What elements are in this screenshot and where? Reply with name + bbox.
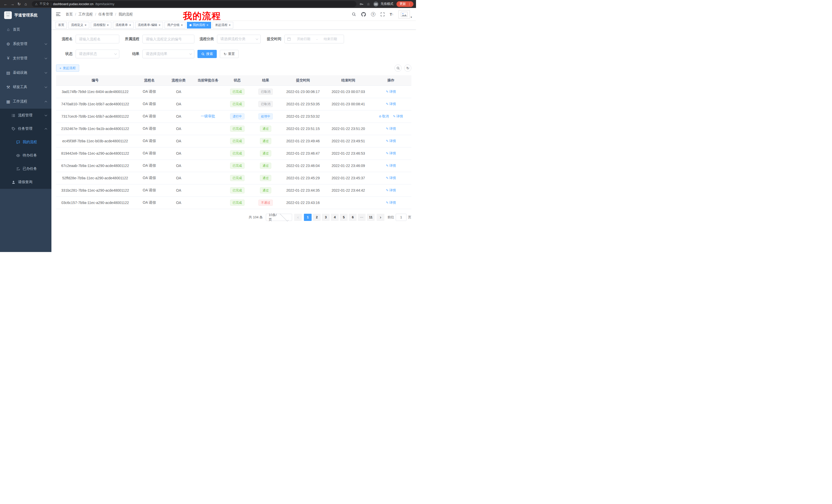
detail-link[interactable]: ✎详情 — [386, 188, 396, 193]
sidebar-item-done-task[interactable]: 已办任务 — [0, 162, 51, 175]
sidebar-item[interactable]: ⚒ 研发工具 — [0, 80, 51, 94]
next-page-button[interactable]: › — [377, 214, 384, 221]
close-icon[interactable]: × — [229, 23, 231, 27]
detail-link[interactable]: ✎详情 — [386, 151, 396, 156]
search-button[interactable]: 搜索 — [198, 50, 217, 58]
toggle-search-button[interactable] — [394, 64, 401, 72]
tab[interactable]: 首页 × — [55, 22, 67, 29]
page-button[interactable]: 2 — [313, 214, 321, 221]
tab[interactable]: 流程模型 × — [91, 22, 111, 29]
sidebar-item-my-process[interactable]: 我的流程 — [0, 135, 51, 149]
process-name-input[interactable] — [76, 35, 119, 44]
tab[interactable]: 发起流程 × — [213, 22, 233, 29]
search-icon[interactable] — [352, 12, 356, 17]
table-row: 67c2eaab-7b9a-11ec-a290-acde48001122 OA … — [56, 160, 411, 172]
tab[interactable]: 我的流程 × — [187, 22, 211, 29]
address-bar[interactable]: ⚠ 不安全 dashboard.yudao.iocoder.cn/bpm/tas… — [32, 1, 356, 7]
refresh-table-button[interactable]: ↻ — [404, 64, 411, 72]
browser-update-button[interactable]: 更新 ⋮ — [396, 1, 413, 7]
font-size-icon[interactable]: T↕ — [390, 12, 393, 17]
close-icon[interactable]: × — [206, 23, 209, 27]
close-icon[interactable]: × — [85, 23, 87, 27]
page-button[interactable]: 1 — [304, 214, 312, 221]
help-icon[interactable]: ? — [371, 12, 375, 17]
detail-link[interactable]: ✎详情 — [386, 176, 396, 180]
page-button[interactable]: ⋯ — [358, 214, 366, 221]
filter-status: 状态 请选择状态 — [56, 50, 119, 58]
result-select[interactable]: 请选择流结果 — [142, 50, 194, 58]
menu-item-label: 请假查询 — [18, 180, 47, 185]
password-key-icon[interactable] — [359, 2, 364, 6]
sidebar-item-todo-task[interactable]: 待办任务 — [0, 149, 51, 162]
sidebar-item-workflow[interactable]: ▦ 工作流程 — [0, 94, 51, 109]
caret-down-icon: ▾ — [411, 16, 412, 19]
status-select[interactable]: 请选择状态 — [76, 50, 119, 58]
create-process-button[interactable]: + 发起流程 — [56, 64, 79, 72]
process-definition-input[interactable] — [142, 35, 194, 44]
cell-name: OA 请假 — [134, 110, 164, 122]
goto-page-input[interactable] — [396, 214, 407, 221]
close-icon[interactable]: × — [181, 23, 183, 27]
sidebar-item[interactable]: ▤ 基础设施 — [0, 65, 51, 80]
hamburger-icon[interactable] — [55, 11, 61, 17]
close-icon[interactable]: × — [129, 23, 131, 27]
tab[interactable]: 流程定义 × — [69, 22, 89, 29]
sidebar-item-process-mgmt[interactable]: 流程管理 — [0, 109, 51, 122]
breadcrumb-item[interactable]: 工作流程 — [78, 12, 93, 17]
prev-page-button[interactable]: ‹ — [294, 214, 302, 221]
breadcrumb-item[interactable]: 我的流程 — [119, 12, 133, 17]
user-avatar[interactable]: ▾ — [398, 10, 412, 19]
bookmark-star-icon[interactable]: ☆ — [367, 2, 370, 6]
reset-button[interactable]: ↻ 重置 — [220, 50, 239, 58]
cell-current-task — [193, 135, 223, 147]
browser-menu-icon[interactable]: ⋮ — [408, 2, 411, 6]
sidebar-item[interactable]: ⌂ 首页 — [0, 22, 51, 37]
cell-actions: ⊘取消 ✎详情 — [370, 197, 411, 209]
detail-link[interactable]: ✎详情 — [386, 127, 396, 131]
date-range-picker[interactable]: 开始日期 - 结束日期 — [284, 35, 344, 44]
chevron-down-icon — [45, 57, 47, 59]
page-button[interactable]: 4 — [331, 214, 339, 221]
detail-link[interactable]: ✎详情 — [386, 89, 396, 94]
tab[interactable]: 流程表单-编辑 × — [135, 22, 163, 29]
browser-back-icon[interactable]: ← — [3, 1, 9, 7]
table-row: 331bc281-7b9a-11ec-a290-acde48001122 OA … — [56, 184, 411, 197]
github-icon[interactable] — [361, 12, 366, 17]
browser-forward-icon[interactable]: → — [9, 1, 16, 7]
category-select[interactable]: 请选择流程分类 — [217, 35, 261, 44]
detail-link[interactable]: ✎详情 — [386, 139, 396, 143]
fullscreen-icon[interactable] — [381, 12, 385, 17]
breadcrumb-item[interactable]: 首页 — [66, 12, 73, 17]
cell-category: OA — [164, 172, 193, 184]
browser-home-icon[interactable]: ⌂ — [23, 1, 29, 7]
sidebar-item-leave-query[interactable]: 请假查询 — [0, 175, 51, 189]
edit-icon: ✎ — [386, 189, 389, 192]
close-icon[interactable]: × — [107, 23, 109, 27]
page-button[interactable]: 6 — [349, 214, 357, 221]
sidebar-item[interactable]: ⚙ 系统管理 — [0, 37, 51, 51]
sidebar-item-task-mgmt[interactable]: 任务管理 — [0, 122, 51, 135]
cancel-link[interactable]: ⊘取消 — [379, 114, 389, 119]
detail-link[interactable]: ✎详情 — [386, 163, 396, 168]
result-badge: 通过 — [260, 175, 271, 181]
table-row: 7317cec6-7b9b-11ec-b5b7-acde48001122 OA … — [56, 110, 411, 122]
page-button[interactable]: 5 — [340, 214, 347, 221]
page-size-select[interactable]: 10条/页 — [266, 214, 292, 221]
date-separator: - — [316, 37, 317, 41]
close-icon[interactable]: × — [159, 23, 161, 27]
status-placeholder: 请选择状态 — [79, 52, 115, 56]
browser-refresh-icon[interactable]: ↻ — [16, 1, 22, 7]
result-badge: 不通过 — [258, 200, 273, 206]
current-task-link[interactable]: 一级审批 — [201, 114, 215, 118]
page-button[interactable]: 3 — [322, 214, 330, 221]
detail-link[interactable]: ✎详情 — [393, 114, 403, 119]
breadcrumb-item[interactable]: 任务管理 — [99, 12, 113, 17]
header-actions: ? T↕ ▾ — [352, 10, 412, 19]
tab[interactable]: 用户分组 × — [164, 22, 185, 29]
detail-link[interactable]: ✎详情 — [386, 102, 396, 106]
detail-link[interactable]: ✎详情 — [386, 200, 396, 205]
tab[interactable]: 流程表单 × — [113, 22, 134, 29]
page-button[interactable]: 11 — [367, 214, 374, 221]
sidebar-item[interactable]: ¥ 支付管理 — [0, 51, 51, 65]
cell-status: 已完成 — [223, 184, 252, 197]
